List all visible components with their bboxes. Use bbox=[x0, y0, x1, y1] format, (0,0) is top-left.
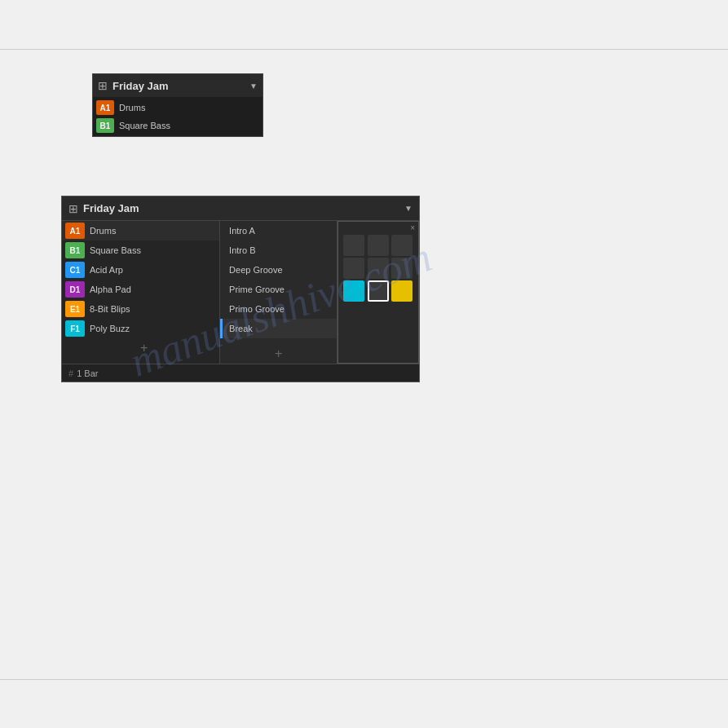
track-row-c1[interactable]: C1 Acid Arp bbox=[62, 260, 219, 280]
track-label-c1: C1 bbox=[65, 262, 85, 278]
track-label-b1: B1 bbox=[65, 242, 85, 258]
grid-cell-8[interactable] bbox=[391, 280, 413, 302]
scene-name-prime-groove: Prime Groove bbox=[229, 285, 285, 294]
small-widget-title: Friday Jam bbox=[113, 80, 245, 92]
small-widget-tracks: A1 Drums B1 Square Bass bbox=[93, 97, 263, 136]
small-track-row-a1[interactable]: A1 Drums bbox=[93, 99, 263, 117]
small-widget-dropdown-arrow[interactable]: ▼ bbox=[249, 82, 258, 90]
top-rule bbox=[0, 49, 728, 50]
scene-list: Intro A Intro B Deep Groove Prime Groove… bbox=[220, 221, 338, 364]
track-name-f1: Poly Buzz bbox=[90, 324, 130, 333]
grid-cell-4[interactable] bbox=[368, 258, 389, 279]
small-widget-header: ⊞ Friday Jam ▼ bbox=[93, 74, 263, 97]
scene-name-intro-b: Intro B bbox=[229, 245, 255, 255]
grid-popup-close-button[interactable]: × bbox=[410, 223, 415, 232]
track-name-c1: Acid Arp bbox=[90, 265, 123, 275]
scene-row-intro-b[interactable]: Intro B bbox=[220, 240, 337, 260]
scene-add-button[interactable]: + bbox=[220, 344, 337, 364]
track-name-a1: Drums bbox=[90, 226, 116, 236]
large-widget-header: ⊞ Friday Jam ▼ bbox=[62, 196, 419, 221]
grid-cells bbox=[340, 223, 417, 305]
small-track-name-a1: Drums bbox=[119, 103, 145, 113]
small-track-row-b1[interactable]: B1 Square Bass bbox=[93, 117, 263, 135]
scene-row-break[interactable]: Break bbox=[220, 319, 337, 338]
track-row-d1[interactable]: D1 Alpha Pad bbox=[62, 280, 219, 299]
footer-hash-icon: # bbox=[68, 368, 73, 378]
track-label-a1: A1 bbox=[65, 223, 85, 239]
track-list: A1 Drums B1 Square Bass C1 Acid Arp D1 A… bbox=[62, 221, 220, 364]
small-track-name-b1: Square Bass bbox=[119, 121, 170, 130]
large-widget-body: A1 Drums B1 Square Bass C1 Acid Arp D1 A… bbox=[62, 221, 419, 364]
scene-name-break: Break bbox=[229, 324, 253, 333]
grid-cell-0[interactable] bbox=[343, 235, 364, 256]
grid-cell-6[interactable] bbox=[343, 280, 364, 302]
grid-cell-3[interactable] bbox=[343, 258, 364, 279]
track-row-a1[interactable]: A1 Drums bbox=[62, 221, 219, 240]
scene-name-intro-a: Intro A bbox=[229, 226, 255, 236]
bottom-rule bbox=[0, 679, 728, 680]
scene-row-deep-groove[interactable]: Deep Groove bbox=[220, 260, 337, 280]
scene-name-primo-groove: Primo Groove bbox=[229, 304, 285, 314]
footer-bar-label: 1 Bar bbox=[77, 368, 98, 378]
scene-name-deep-groove: Deep Groove bbox=[229, 265, 282, 275]
track-row-b1[interactable]: B1 Square Bass bbox=[62, 240, 219, 260]
scene-row-prime-groove[interactable]: Prime Groove bbox=[220, 280, 337, 299]
grid-cell-2[interactable] bbox=[391, 235, 413, 256]
grid-cell-5[interactable] bbox=[391, 258, 413, 279]
large-widget: ⊞ Friday Jam ▼ A1 Drums B1 Square Bass C… bbox=[61, 196, 420, 382]
large-widget-dropdown-arrow[interactable]: ▼ bbox=[404, 204, 413, 213]
small-track-label-b1: B1 bbox=[96, 118, 114, 133]
track-add-button[interactable]: + bbox=[62, 338, 219, 358]
track-name-e1: 8-Bit Blips bbox=[90, 304, 130, 314]
large-widget-footer: # 1 Bar bbox=[62, 364, 419, 382]
grid-popup: × bbox=[338, 221, 419, 364]
track-row-f1[interactable]: F1 Poly Buzz bbox=[62, 319, 219, 338]
small-widget: ⊞ Friday Jam ▼ A1 Drums B1 Square Bass bbox=[92, 73, 263, 137]
track-label-d1: D1 bbox=[65, 281, 85, 298]
track-label-e1: E1 bbox=[65, 301, 85, 317]
track-name-d1: Alpha Pad bbox=[90, 285, 131, 294]
small-track-label-a1: A1 bbox=[96, 100, 114, 115]
track-row-e1[interactable]: E1 8-Bit Blips bbox=[62, 299, 219, 319]
grid-cell-1[interactable] bbox=[368, 235, 389, 256]
scene-row-intro-a[interactable]: Intro A bbox=[220, 221, 337, 240]
large-grid-icon: ⊞ bbox=[68, 202, 78, 215]
grid-cell-7[interactable] bbox=[368, 280, 389, 302]
track-label-f1: F1 bbox=[65, 320, 85, 337]
grid-icon: ⊞ bbox=[98, 79, 108, 92]
track-name-b1: Square Bass bbox=[90, 245, 141, 255]
large-widget-title: Friday Jam bbox=[83, 202, 399, 214]
scene-row-primo-groove[interactable]: Primo Groove bbox=[220, 299, 337, 319]
